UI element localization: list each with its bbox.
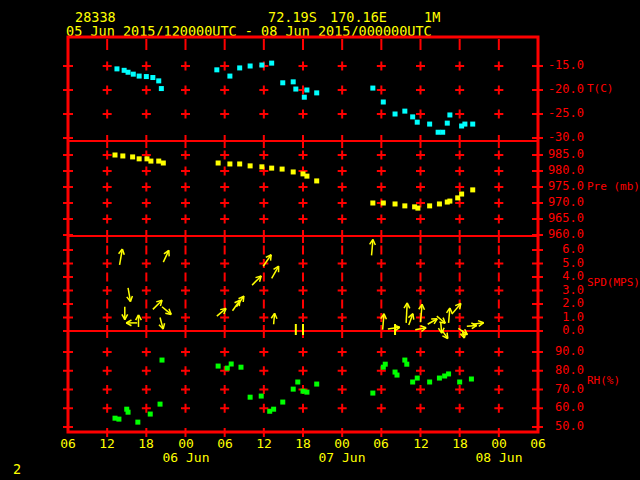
pressure-data-point (237, 161, 242, 166)
wind-arrow-head (461, 334, 467, 335)
humidity-data-point (304, 390, 309, 395)
humidity-data-point (446, 371, 451, 376)
humidity-data-point (437, 376, 442, 381)
temperature-data-point (470, 122, 475, 127)
wind-arrow-head (478, 321, 484, 323)
humidity-data-point (229, 362, 234, 367)
wind_speed-ytick-label: 6.0 (544, 243, 584, 256)
temperature-data-point (314, 90, 319, 95)
temperature-ytick-label: -25.0 (544, 107, 584, 120)
x-axis-hour-label: 12 (250, 437, 278, 451)
x-axis-hour-label: 00 (172, 437, 200, 451)
meteogram-screen: 28338 72.19S 170.16E 1M 05 Jun 2015/1200… (0, 0, 640, 480)
pressure-data-point (227, 161, 232, 166)
pressure-data-point (161, 161, 166, 166)
temperature-data-point (126, 70, 131, 75)
temperature-data-point (280, 80, 285, 85)
temperature-data-point (436, 130, 441, 135)
temperature-data-point (214, 67, 219, 72)
humidity-data-point (216, 364, 221, 369)
temperature-data-point (462, 122, 467, 127)
humidity-ytick-label: 90.0 (544, 345, 584, 358)
pressure-data-point (470, 187, 475, 192)
humidity-data-point (457, 380, 462, 385)
temperature-data-point (156, 78, 161, 83)
pressure-data-point (120, 153, 125, 158)
temperature-data-point (415, 120, 420, 125)
pressure-data-point (156, 159, 161, 164)
pressure-data-point (130, 154, 135, 159)
pressure-data-point (427, 203, 432, 208)
pressure-data-point (415, 206, 420, 211)
pressure-data-point (402, 203, 407, 208)
temperature-data-point (447, 112, 452, 117)
humidity-data-point (160, 358, 165, 363)
temperature-data-point (302, 95, 307, 100)
humidity-data-point (259, 394, 264, 399)
x-axis-date-label: 06 Jun (160, 451, 212, 465)
humidity-data-point (248, 395, 253, 400)
pressure-data-point (304, 174, 309, 179)
humidity-ytick-label: 50.0 (544, 420, 584, 433)
temperature-data-point (144, 74, 149, 79)
humidity-data-point (469, 377, 474, 382)
humidity-data-point (415, 376, 420, 381)
humidity-data-point (116, 417, 121, 422)
temperature-data-point (159, 86, 164, 91)
page-number: 2 (13, 462, 21, 477)
humidity-data-point (291, 387, 296, 392)
temperature-data-point (381, 100, 386, 105)
pressure-data-point (447, 199, 452, 204)
humidity-data-point (427, 380, 432, 385)
wind-arrow-head (130, 296, 132, 302)
pressure-data-point (437, 201, 442, 206)
temperature-data-point (427, 122, 432, 127)
temperature-data-point (227, 74, 232, 79)
temperature-data-point (248, 64, 253, 69)
pressure-data-point (291, 169, 296, 174)
wind_speed-ytick-label: 4.0 (544, 270, 584, 283)
temperature-data-point (402, 109, 407, 114)
pressure-data-point (113, 153, 118, 158)
temperature-axis-title: T(C) (587, 83, 614, 95)
humidity-data-point (404, 362, 409, 367)
x-axis-date-label: 07 Jun (316, 451, 368, 465)
wind-arrow-head (122, 249, 124, 255)
temperature-ytick-label: -20.0 (544, 83, 584, 96)
humidity-data-point (383, 362, 388, 367)
pressure-data-point (269, 166, 274, 171)
wind_speed-ytick-label: 2.0 (544, 297, 584, 310)
pressure-ytick-label: 960.0 (544, 228, 584, 241)
wind-arrow-head (271, 255, 272, 261)
x-axis-hour-label: 00 (485, 437, 513, 451)
temperature-data-point (304, 88, 309, 93)
x-axis-hour-label: 00 (328, 437, 356, 451)
humidity-axis-title: RH(%) (587, 375, 620, 387)
humidity-data-point (410, 380, 415, 385)
humidity-ytick-label: 60.0 (544, 401, 584, 414)
humidity-data-point (271, 407, 276, 412)
x-axis-date-label: 08 Jun (473, 451, 525, 465)
pressure-ytick-label: 970.0 (544, 196, 584, 209)
humidity-data-point (158, 402, 163, 407)
humidity-data-point (314, 382, 319, 387)
x-axis-hour-label: 18 (289, 437, 317, 451)
pressure-ytick-label: 980.0 (544, 164, 584, 177)
pressure-data-point (370, 201, 375, 206)
pressure-data-point (216, 161, 221, 166)
pressure-ytick-label: 965.0 (544, 212, 584, 225)
pressure-data-point (381, 201, 386, 206)
humidity-ytick-label: 70.0 (544, 383, 584, 396)
temperature-data-point (269, 61, 274, 66)
humidity-data-point (395, 373, 400, 378)
humidity-data-point (126, 410, 131, 415)
temperature-data-point (131, 72, 136, 77)
pressure-data-point (137, 156, 142, 161)
wind_speed-axis-title: SPD(MPS) (587, 277, 640, 289)
humidity-ytick-label: 80.0 (544, 364, 584, 377)
temperature-ytick-label: -30.0 (544, 131, 584, 144)
temperature-data-point (114, 66, 119, 71)
x-axis-hour-label: 12 (93, 437, 121, 451)
pressure-axis-title: Pre (mb) (587, 181, 640, 193)
wind_speed-ytick-label: 0.0 (544, 324, 584, 337)
